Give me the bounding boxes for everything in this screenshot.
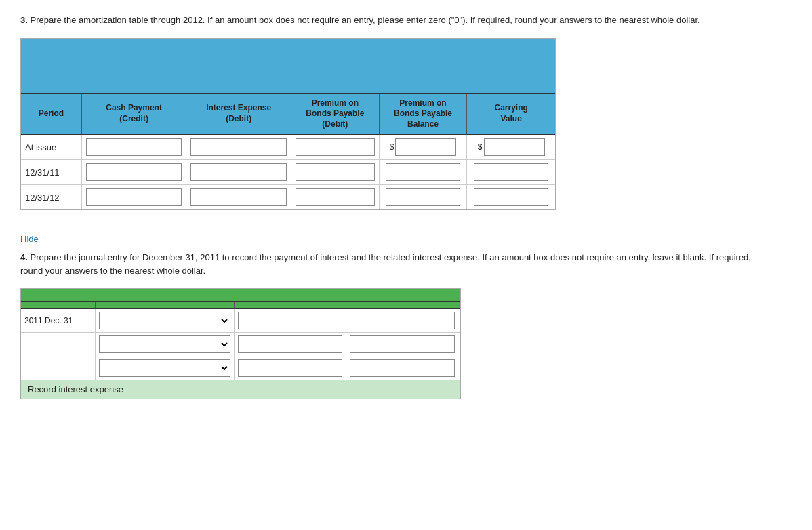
cell-interest-12-31-12	[186, 185, 291, 209]
period-label-at-issue: At issue	[21, 135, 82, 159]
journal-entry-table: 2011 Dec. 31	[20, 288, 461, 399]
section-divider	[20, 224, 792, 224]
journal-account-select-2[interactable]	[99, 335, 230, 353]
cell-premium-debit-at-issue	[291, 135, 380, 159]
journal-account-select-1[interactable]	[99, 312, 230, 329]
journal-credit-cell-1	[346, 309, 458, 332]
journal-row-1: 2011 Dec. 31	[21, 309, 460, 333]
journal-debit-input-2[interactable]	[238, 335, 342, 353]
input-carrying-at-issue[interactable]	[484, 138, 545, 156]
col-header-cash: Cash Payment(Credit)	[82, 94, 187, 134]
cell-cash-12-31-11	[82, 160, 187, 184]
journal-col-headers	[21, 301, 460, 309]
input-premium-debit-at-issue[interactable]	[296, 138, 375, 156]
col-header-interest: Interest Expense(Debit)	[186, 94, 291, 134]
cell-carrying-at-issue: $	[467, 135, 555, 159]
journal-date-label: 2011 Dec. 31	[24, 316, 73, 325]
journal-row-2	[21, 333, 460, 356]
cell-cash-at-issue	[82, 135, 187, 159]
input-carrying-12-31-12[interactable]	[474, 188, 548, 206]
col-header-premium-debit: Premium onBonds Payable(Debit)	[291, 94, 380, 134]
table-row-at-issue: At issue $ $	[21, 135, 555, 160]
journal-debit-cell-3	[235, 356, 346, 380]
cell-interest-12-31-11	[186, 160, 291, 184]
col-header-period: Period	[21, 94, 82, 134]
journal-footer-label: Record interest expense	[28, 384, 123, 394]
input-cash-12-31-11[interactable]	[86, 163, 182, 181]
journal-credit-cell-2	[346, 333, 458, 356]
journal-header-green	[21, 289, 460, 301]
cell-interest-at-issue	[186, 135, 291, 159]
hide-link[interactable]: Hide	[20, 234, 39, 244]
journal-account-cell-2	[96, 333, 235, 356]
dollar-sign-premium-at-issue: $	[390, 142, 394, 152]
amort-col-headers: Period Cash Payment(Credit) Interest Exp…	[21, 93, 555, 136]
journal-credit-input-1[interactable]	[350, 312, 455, 329]
table-row-12-31-12: 12/31/12	[21, 185, 555, 209]
journal-debit-cell-2	[235, 333, 346, 356]
journal-col-credit	[346, 302, 458, 308]
question4-text: 4. Prepare the journal entry for Decembe…	[20, 251, 792, 277]
input-premium-balance-12-31-11[interactable]	[386, 163, 460, 181]
table-row-12-31-11: 12/31/11	[21, 160, 555, 185]
amortization-table: Period Cash Payment(Credit) Interest Exp…	[20, 38, 556, 211]
journal-row-3	[21, 356, 460, 380]
cell-carrying-12-31-11	[467, 160, 555, 184]
journal-col-account	[96, 302, 235, 308]
journal-debit-input-3[interactable]	[238, 359, 342, 377]
question3-number: 3.	[20, 15, 28, 25]
col-header-premium-balance: Premium onBonds PayableBalance	[380, 94, 468, 134]
journal-date-cell-3	[21, 356, 96, 380]
input-interest-12-31-11[interactable]	[190, 163, 287, 181]
cell-premium-balance-12-31-11	[380, 160, 468, 184]
input-premium-balance-at-issue[interactable]	[395, 138, 456, 156]
journal-credit-input-2[interactable]	[350, 335, 455, 353]
col-header-carrying: CarryingValue	[467, 94, 555, 134]
period-label-12-31-11: 12/31/11	[21, 160, 82, 184]
journal-account-cell-1	[96, 309, 235, 332]
input-cash-12-31-12[interactable]	[86, 188, 182, 206]
cell-premium-balance-12-31-12	[380, 185, 468, 209]
journal-debit-input-1[interactable]	[238, 312, 342, 329]
input-premium-balance-12-31-12[interactable]	[386, 188, 460, 206]
question3-text: 3. Prepare the amortization table throug…	[20, 14, 792, 27]
cell-premium-debit-12-31-12	[291, 185, 380, 209]
journal-col-date	[21, 302, 96, 308]
journal-debit-cell-1	[235, 309, 346, 332]
journal-col-debit	[235, 302, 346, 308]
input-carrying-12-31-11[interactable]	[474, 163, 548, 181]
journal-account-cell-3	[96, 356, 235, 380]
question4-number: 4.	[20, 252, 28, 262]
input-cash-at-issue[interactable]	[86, 138, 182, 156]
cell-cash-12-31-12	[82, 185, 187, 209]
input-premium-debit-12-31-12[interactable]	[296, 188, 375, 206]
input-premium-debit-12-31-11[interactable]	[296, 163, 375, 181]
period-label-12-31-12: 12/31/12	[21, 185, 82, 209]
journal-footer: Record interest expense	[21, 380, 460, 399]
dollar-sign-carrying-at-issue: $	[478, 142, 483, 152]
input-interest-at-issue[interactable]	[190, 138, 287, 156]
journal-date-cell-2	[21, 333, 96, 356]
amort-header-blue	[21, 39, 555, 93]
input-interest-12-31-12[interactable]	[190, 188, 287, 206]
cell-carrying-12-31-12	[467, 185, 555, 209]
journal-credit-cell-3	[346, 356, 458, 380]
journal-credit-input-3[interactable]	[350, 359, 455, 377]
cell-premium-balance-at-issue: $	[380, 135, 468, 159]
cell-premium-debit-12-31-11	[291, 160, 380, 184]
journal-date-cell: 2011 Dec. 31	[21, 309, 96, 332]
journal-account-select-3[interactable]	[99, 359, 230, 377]
